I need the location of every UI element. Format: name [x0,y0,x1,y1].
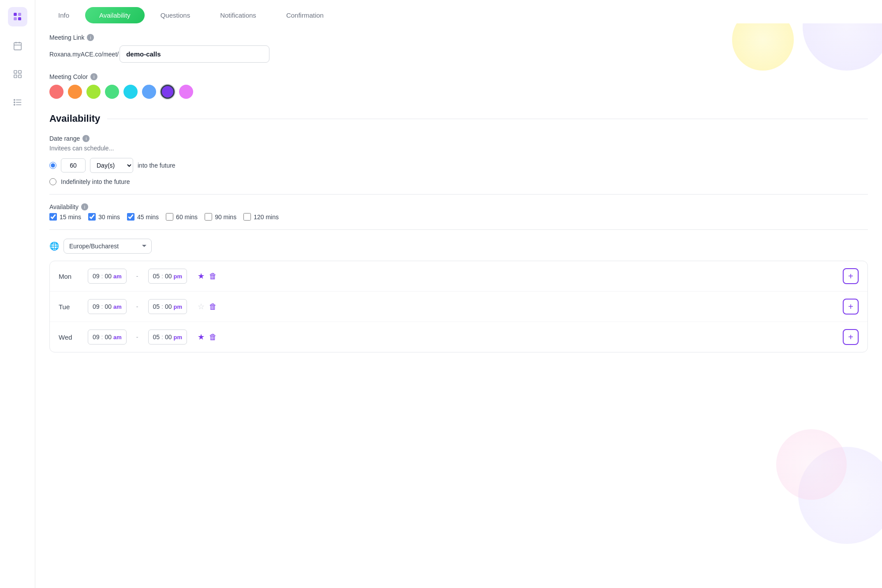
tue-end-time-box[interactable]: 05 : 00 pm [148,299,187,314]
tab-info[interactable]: Info [44,7,83,23]
tue-end-colon: : [161,303,163,310]
mon-end-ampm[interactable]: pm [174,273,183,280]
color-red[interactable] [49,85,64,99]
list-icon [13,97,22,107]
schedule-row-wed: Wed 09 : 00 am - 05 : 00 pm [50,322,867,352]
availability-slots-label: Availability i [49,203,868,210]
mon-start-ampm[interactable]: am [113,273,122,280]
wed-start-time-box[interactable]: 09 : 00 am [88,330,127,345]
wed-end-ampm[interactable]: pm [174,334,183,341]
mon-end-colon: : [161,273,163,280]
tue-end-ampm[interactable]: pm [174,303,183,310]
color-lime[interactable] [86,85,101,99]
slot-90-label: 90 mins [215,213,236,221]
color-pink[interactable] [179,85,193,99]
tab-notifications[interactable]: Notifications [206,7,270,23]
slot-120: 120 mins [243,213,279,221]
svg-rect-8 [14,71,16,73]
tue-trash-icon[interactable]: 🗑 [209,302,217,311]
tabs-container: Info Availability Questions Notification… [35,0,882,23]
days-input[interactable] [61,158,86,172]
wed-start-colon: : [101,333,103,341]
slot-30-checkbox[interactable] [88,213,96,221]
sidebar-item-grid[interactable] [9,65,26,83]
schedule-container: Mon 09 : 00 am - 05 : 00 pm [49,261,868,352]
date-range-info-icon[interactable]: i [82,135,90,142]
tue-start-min: 00 [105,303,112,310]
slot-90: 90 mins [205,213,236,221]
availability-slots-row: 15 mins 30 mins 45 mins 60 mins 90 mins … [49,213,868,221]
svg-point-17 [14,104,15,105]
meeting-color-label: Meeting Color i [49,73,868,80]
mon-start-time: 09 : 00 am [88,269,127,284]
slot-15-label: 15 mins [60,213,81,221]
wed-start-ampm[interactable]: am [113,334,122,341]
wed-end-time-box[interactable]: 05 : 00 pm [148,330,187,345]
tue-start-ampm[interactable]: am [113,303,122,310]
mon-add-button[interactable]: + [843,268,859,284]
timezone-select[interactable]: Europe/Bucharest UTC America/New_York Am… [64,239,152,254]
deco-pink-bottom-circle [776,429,847,500]
logo-icon [12,11,23,22]
color-orange[interactable] [68,85,82,99]
date-range-days-option: Day(s) Week(s) Month(s) into the future [49,158,868,173]
tab-confirmation[interactable]: Confirmation [272,7,338,23]
schedule-row-mon: Mon 09 : 00 am - 05 : 00 pm [50,261,867,292]
slot-45-label: 45 mins [137,213,159,221]
wed-trash-icon[interactable]: 🗑 [209,333,217,342]
wed-star-icon[interactable]: ★ [198,332,205,342]
tue-start-time-box[interactable]: 09 : 00 am [88,299,127,314]
schedule-row-tue: Tue 09 : 00 am - 05 : 00 pm [50,292,867,322]
meeting-link-info-icon[interactable]: i [87,34,94,41]
tue-star-icon[interactable]: ☆ [198,302,205,311]
mon-trash-icon[interactable]: 🗑 [209,272,217,281]
mon-start-time-box[interactable]: 09 : 00 am [88,269,127,284]
color-cyan[interactable] [123,85,138,99]
meeting-link-row: Roxana.myACE.co/meet/ [49,45,868,63]
wed-start-hour: 09 [93,333,100,341]
tue-add-button[interactable]: + [843,299,859,315]
color-purple[interactable] [161,85,175,99]
availability-info-icon[interactable]: i [81,203,88,210]
period-select[interactable]: Day(s) Week(s) Month(s) [90,158,133,173]
app-logo[interactable] [8,7,27,26]
day-mon: Mon [59,273,81,280]
day-wed: Wed [59,333,81,341]
slot-45: 45 mins [127,213,159,221]
tue-end-time: 05 : 00 pm [148,299,187,314]
date-range-label: Date range i [49,135,868,142]
mon-end-time-box[interactable]: 05 : 00 pm [148,269,187,284]
meeting-link-label: Meeting Link i [49,34,868,41]
date-range-indefinitely-radio[interactable] [49,178,56,185]
mon-star-icon[interactable]: ★ [198,271,205,281]
slot-120-checkbox[interactable] [243,213,251,221]
tab-questions[interactable]: Questions [146,7,205,23]
meeting-color-info-icon[interactable]: i [90,73,97,80]
grid-icon [13,69,22,79]
meeting-link-input[interactable] [120,45,269,63]
sidebar-item-list[interactable] [9,94,26,111]
slot-90-checkbox[interactable] [205,213,212,221]
deco-purple-bottom-circle [798,447,882,544]
color-picker [49,85,868,99]
calendar-icon [13,41,22,51]
slot-60-checkbox[interactable] [166,213,173,221]
wed-end-colon: : [161,333,163,341]
color-green[interactable] [105,85,119,99]
svg-rect-9 [18,71,21,73]
slot-120-label: 120 mins [254,213,279,221]
tue-start-hour: 09 [93,303,100,310]
date-range-days-radio[interactable] [49,162,56,169]
svg-rect-11 [18,75,21,78]
section-divider-line [107,119,868,119]
wed-add-button[interactable]: + [843,329,859,345]
slot-15-checkbox[interactable] [49,213,57,221]
timezone-row: 🌐 Europe/Bucharest UTC America/New_York … [49,239,868,254]
tab-availability[interactable]: Availability [85,7,145,23]
tue-time-separator: - [134,303,141,310]
indefinitely-label: Indefinitely into the future [61,178,130,185]
color-blue[interactable] [142,85,156,99]
slot-45-checkbox[interactable] [127,213,135,221]
day-tue: Tue [59,303,81,311]
sidebar-item-calendar[interactable] [9,37,26,55]
